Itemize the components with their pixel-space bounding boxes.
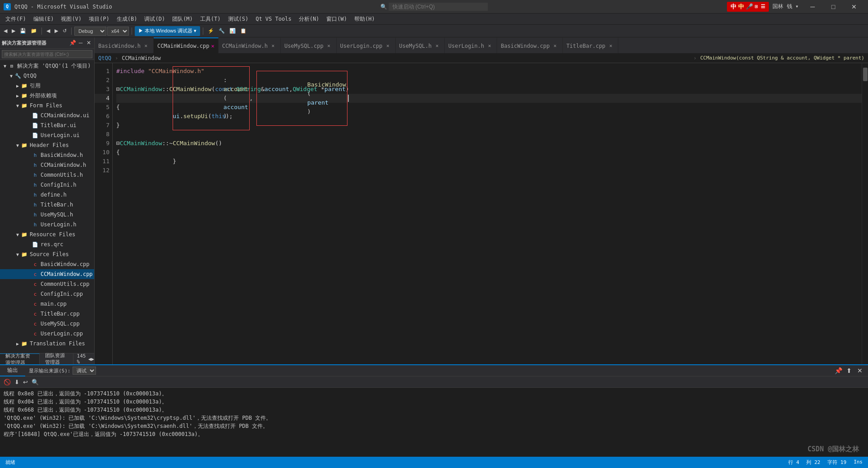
tab-userlogin-h[interactable]: UserLogin.h ✕ [445, 37, 497, 53]
tree-item-usemysql-cpp[interactable]: ▶ c UseMySQL.cpp [0, 319, 94, 329]
tree-item-ccmainwindow-h[interactable]: ▶ h CCMainWindow.h [0, 160, 94, 170]
tree-item-userlogin-ui[interactable]: ▶ 📄 UserLogin.ui [0, 130, 94, 140]
tree-item-ccmainwindow-ui[interactable]: ▶ 📄 CCMainWindow.ui [0, 110, 94, 120]
open-button[interactable]: 📁 [29, 26, 39, 36]
tab-close-titlebar-cpp[interactable]: ✕ [607, 42, 614, 50]
tree-item-titlebar-cpp[interactable]: ▶ c TitleBar.cpp [0, 309, 94, 319]
minimize-button[interactable]: ─ [802, 0, 823, 14]
toolbar-extra-3[interactable]: 📊 [228, 26, 238, 36]
tree-item-form-files[interactable]: ▼ 📁 Form Files [0, 101, 94, 110]
tab-close-basicwindow-h[interactable]: ✕ [142, 42, 150, 50]
menu-window[interactable]: 窗口(W) [323, 14, 351, 25]
tab-ccmainwindow-h[interactable]: CCMainWindow.h ✕ [219, 37, 281, 53]
output-move-button[interactable]: ⬆ [845, 366, 854, 375]
editor-scrollbar[interactable] [862, 63, 868, 364]
tab-ccmainwindow-cpp[interactable]: CCMainWindow.cpp ✕ [154, 37, 219, 53]
tree-item-res-qrc[interactable]: ▶ 📄 res.qrc [0, 239, 94, 249]
tree-item-commonutils-h[interactable]: ▶ h CommonUtils.h [0, 170, 94, 180]
tab-team-explorer[interactable]: 团队资源管理器 [40, 353, 73, 365]
tree-item-basicwindow-cpp[interactable]: ▶ c BasicWindow.cpp [0, 259, 94, 269]
output-source-select[interactable]: 调试 [73, 367, 96, 375]
tab-close-basicwindow-cpp[interactable]: ✕ [552, 42, 559, 50]
menu-analyze[interactable]: 分析(N) [295, 14, 323, 25]
tree-item-userlogin-cpp[interactable]: ▶ c UserLogin.cpp [0, 329, 94, 339]
tab-close-ccmainwindow-h[interactable]: ✕ [270, 42, 277, 50]
tree-item-ccmainwindow-cpp[interactable]: ▶ c CCMainWindow.cpp [0, 269, 94, 279]
file-icon-ccmain-cpp: c [32, 271, 39, 278]
tree-item-translation-files[interactable]: ▶ 📁 Translation Files [0, 339, 94, 349]
tree-item-solution[interactable]: ▼ ⊞ 解决方案 'QtQQ'(1 个项目) [0, 61, 94, 71]
menu-tools[interactable]: 工具(T) [196, 14, 224, 25]
tab-basicwindow-h[interactable]: BasicWindow.h ✕ [95, 37, 154, 53]
tree-item-header-files[interactable]: ▼ 📁 Header Files [0, 140, 94, 150]
tree-item-usemysql-h[interactable]: ▶ h UseMySQL.h [0, 210, 94, 220]
config-selector[interactable]: Debug Release [74, 27, 106, 36]
main-cpp-label: main.cpp [41, 301, 67, 307]
menu-build[interactable]: 生成(B) [113, 14, 141, 25]
tree-item-commonutils-cpp[interactable]: ▶ c CommonUtils.cpp [0, 279, 94, 289]
output-scroll-button[interactable]: ⬇ [14, 379, 19, 385]
tab-close-usemysql-h[interactable]: ✕ [434, 42, 441, 50]
tab-userlogin-cpp[interactable]: UserLogin.cpp ✕ [337, 37, 396, 53]
menu-file[interactable]: 文件(F) [2, 14, 30, 25]
input-method-widget[interactable]: 中 中 🎤 ⊞ ☰ [727, 2, 769, 12]
output-filter-button[interactable]: 🔍 [32, 379, 39, 385]
toolbar-extra-1[interactable]: ⚡ [206, 26, 216, 36]
sidebar-pin-button[interactable]: 📌 [69, 39, 76, 46]
platform-selector[interactable]: x64 x86 [107, 27, 129, 36]
tree-item-define-h[interactable]: ▶ h define.h [0, 190, 94, 200]
tree-item-titlebar-h[interactable]: ▶ h TitleBar.h [0, 200, 94, 210]
undo-button[interactable]: ◀ [2, 26, 9, 36]
output-clear-button[interactable]: 🚫 [4, 379, 11, 385]
output-wrap-button[interactable]: ↩ [23, 379, 28, 385]
tree-item-qtqq[interactable]: ▼ 🔧 QtQQ [0, 71, 94, 81]
title-search-input[interactable] [389, 3, 488, 11]
tab-usemysql-cpp[interactable]: UseMySQL.cpp ✕ [281, 37, 337, 53]
redo-button[interactable]: ▶ [10, 26, 17, 36]
tree-item-userlogin-h[interactable]: ▶ h UserLogin.h [0, 220, 94, 229]
output-content[interactable]: 线程 0x8e8 已退出，返回值为 -1073741510 (0xc000013… [0, 388, 868, 457]
tab-solution-explorer[interactable]: 解决方案资源管理器 [0, 353, 40, 365]
tree-item-configini-cpp[interactable]: ▶ c ConfigIni.cpp [0, 289, 94, 299]
toolbar-extra-4[interactable]: 📋 [238, 26, 248, 36]
menu-test[interactable]: 测试(S) [224, 14, 252, 25]
tree-item-main-cpp[interactable]: ▶ c main.cpp [0, 299, 94, 309]
tab-close-userlogin-cpp[interactable]: ✕ [384, 42, 392, 50]
close-button[interactable]: ✕ [844, 0, 864, 14]
code-cp-setupui: ); [226, 112, 233, 121]
menu-edit[interactable]: 编辑(E) [30, 14, 58, 25]
tab-usemysql-h[interactable]: UseMySQL.h ✕ [396, 37, 445, 53]
output-pin-button[interactable]: 📌 [834, 366, 843, 375]
tree-item-extern[interactable]: ▶ 📁 外部依赖项 [0, 91, 94, 101]
code-content[interactable]: #include "CCMainWindow.h" ⊟ CCMainWindow… [113, 63, 862, 364]
user-info[interactable]: 国林 钱 ▾ [772, 3, 799, 10]
tab-close-usemysql-cpp[interactable]: ✕ [325, 42, 333, 50]
sidebar-close-button[interactable]: ✕ [85, 39, 92, 46]
tree-item-basicwindow-h[interactable]: ▶ h BasicWindow.h [0, 150, 94, 160]
toolbar-extra-2[interactable]: 🔧 [217, 26, 227, 36]
save-button[interactable]: 💾 [18, 26, 28, 36]
tree-item-resource-files[interactable]: ▼ 📁 Resource Files [0, 229, 94, 239]
menu-project[interactable]: 项目(P) [85, 14, 113, 25]
menu-qtvs[interactable]: Qt VS Tools [252, 14, 295, 25]
back-button[interactable]: ◀ [45, 26, 52, 36]
tab-close-userlogin-h[interactable]: ✕ [486, 42, 493, 50]
tree-item-refs[interactable]: ▶ 📁 引用 [0, 81, 94, 91]
tree-item-titlebar-ui[interactable]: ▶ 📄 TitleBar.ui [0, 120, 94, 130]
tree-item-configini-h[interactable]: ▶ h ConfigIni.h [0, 180, 94, 190]
sidebar-collapse-button[interactable]: ─ [77, 39, 84, 46]
output-tab-output[interactable]: 输出 [0, 365, 25, 376]
menu-debug[interactable]: 调试(D) [141, 14, 169, 25]
tab-titlebar-cpp[interactable]: TitleBar.cpp ✕ [563, 37, 619, 53]
tab-basicwindow-cpp[interactable]: BasicWindow.cpp ✕ [497, 37, 562, 53]
refresh-button[interactable]: ↺ [61, 26, 69, 36]
forward-button[interactable]: ▶ [53, 26, 60, 36]
maximize-button[interactable]: □ [823, 0, 844, 14]
menu-team[interactable]: 团队(M) [169, 14, 196, 25]
run-button[interactable]: ▶ 本地 Windows 调试器 ▾ [135, 26, 200, 36]
output-close-button[interactable]: ✕ [855, 366, 864, 375]
menu-view[interactable]: 视图(V) [57, 14, 85, 25]
sidebar-search-input[interactable] [2, 50, 92, 58]
menu-help[interactable]: 帮助(H) [351, 14, 379, 25]
tree-item-source-files[interactable]: ▼ 📁 Source Files [0, 249, 94, 259]
